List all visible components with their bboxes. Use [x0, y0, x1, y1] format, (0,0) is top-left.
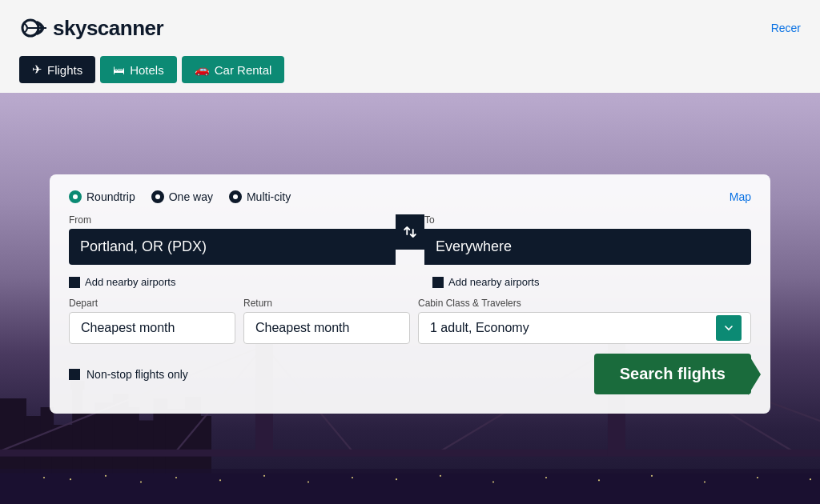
from-nearby-label[interactable]: Add nearby airports — [85, 276, 175, 288]
svg-point-30 — [140, 481, 142, 482]
multi-city-label: Multi-city — [247, 190, 291, 203]
swap-button[interactable] — [396, 214, 424, 250]
to-input[interactable] — [424, 229, 751, 265]
from-input[interactable] — [69, 229, 396, 265]
roundtrip-radio — [69, 190, 82, 203]
return-input[interactable] — [243, 312, 410, 344]
from-section: From — [69, 214, 396, 265]
to-section: To — [424, 214, 751, 265]
tab-flights-label: Flights — [47, 63, 82, 77]
one-way-label: One way — [169, 190, 213, 203]
svg-point-32 — [219, 479, 221, 481]
from-to-row: From To — [69, 214, 751, 265]
svg-point-27 — [43, 477, 45, 478]
svg-point-42 — [704, 481, 705, 482]
svg-point-28 — [70, 478, 71, 480]
multi-city-radio — [229, 190, 242, 203]
to-label: To — [424, 214, 751, 226]
return-label: Return — [243, 298, 410, 309]
from-nearby-checkbox[interactable] — [69, 277, 80, 288]
from-nearby-row: Add nearby airports — [69, 276, 388, 288]
trip-one-way[interactable]: One way — [151, 190, 213, 203]
car-icon: 🚗 — [195, 62, 210, 77]
nonstop-row: Non-stop flights only — [69, 368, 188, 381]
search-panel: Roundtrip One way Multi-city Map From To — [50, 174, 770, 414]
tab-hotels-label: Hotels — [130, 63, 164, 77]
to-nearby-label[interactable]: Add nearby airports — [448, 276, 539, 288]
svg-point-37 — [440, 475, 441, 477]
cabin-label: Cabin Class & Travelers — [418, 298, 751, 309]
svg-point-43 — [757, 477, 758, 478]
svg-point-40 — [598, 479, 600, 481]
depart-input[interactable] — [69, 312, 235, 344]
svg-point-41 — [651, 475, 653, 477]
from-label: From — [69, 214, 396, 226]
svg-point-29 — [105, 475, 107, 477]
nonstop-label[interactable]: Non-stop flights only — [86, 368, 188, 381]
svg-point-34 — [308, 481, 309, 482]
depart-field: Depart — [69, 298, 235, 344]
map-link[interactable]: Map — [730, 190, 751, 203]
search-button-label: Search flights — [620, 365, 726, 383]
trip-roundtrip[interactable]: Roundtrip — [69, 190, 135, 203]
logo: skyscanner — [19, 14, 163, 42]
svg-point-31 — [175, 477, 177, 478]
svg-point-44 — [810, 478, 811, 480]
logo-icon — [19, 14, 48, 42]
bottom-row: Non-stop flights only Search flights — [69, 354, 751, 394]
tab-hotels[interactable]: 🛏 Hotels — [100, 56, 177, 83]
search-button[interactable]: Search flights — [594, 354, 751, 394]
svg-point-39 — [545, 477, 547, 478]
one-way-radio — [151, 190, 164, 203]
nonstop-checkbox[interactable] — [69, 369, 80, 380]
return-field: Return — [243, 298, 410, 344]
to-nearby-checkbox[interactable] — [432, 277, 444, 288]
trip-type-row: Roundtrip One way Multi-city Map — [69, 190, 751, 203]
tab-car-label: Car Rental — [215, 63, 272, 77]
cabin-wrapper — [418, 312, 751, 344]
hotels-icon: 🛏 — [113, 63, 125, 77]
to-nearby-row: Add nearby airports — [432, 276, 751, 288]
svg-point-36 — [396, 478, 397, 480]
cabin-field: Cabin Class & Travelers — [418, 298, 751, 344]
swap-wrapper — [396, 214, 424, 253]
roundtrip-label: Roundtrip — [86, 190, 135, 203]
tab-flights[interactable]: ✈ Flights — [19, 56, 95, 83]
date-cabin-row: Depart Return Cabin Class & Travelers — [69, 298, 751, 344]
logo-text: skyscanner — [53, 16, 163, 41]
svg-point-33 — [263, 475, 265, 477]
tab-car-rental[interactable]: 🚗 Car Rental — [182, 56, 285, 83]
trip-multi-city[interactable]: Multi-city — [229, 190, 291, 203]
svg-rect-26 — [0, 474, 820, 505]
svg-point-38 — [492, 481, 494, 482]
depart-label: Depart — [69, 298, 235, 309]
tab-bar: ✈ Flights 🛏 Hotels 🚗 Car Rental — [0, 56, 820, 93]
recent-link[interactable]: Recer — [771, 22, 801, 34]
cabin-input[interactable] — [418, 312, 751, 344]
svg-rect-22 — [0, 450, 820, 457]
flights-icon: ✈ — [32, 62, 42, 77]
svg-point-35 — [352, 477, 353, 478]
header: skyscanner Recer — [0, 0, 820, 56]
